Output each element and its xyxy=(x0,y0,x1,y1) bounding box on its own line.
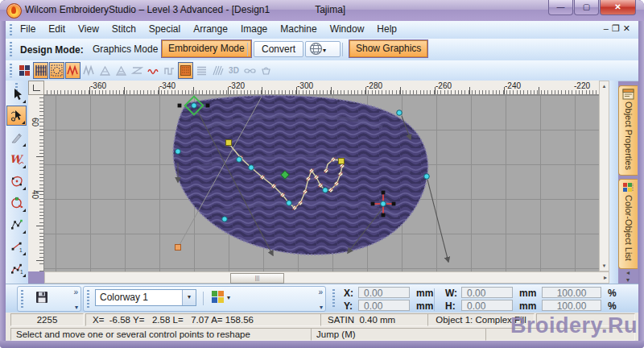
embroidery-mode-button[interactable]: Embroidery Mode xyxy=(162,40,251,57)
control-point[interactable] xyxy=(323,188,328,193)
contour-lines-icon[interactable] xyxy=(194,62,209,79)
measure-tool[interactable] xyxy=(6,127,27,147)
square-wave-icon[interactable] xyxy=(162,62,177,79)
select-object-tool[interactable] xyxy=(6,84,27,104)
y-input[interactable]: 0.00 xyxy=(358,300,410,311)
scroll-down-icon[interactable]: ▾ xyxy=(600,263,609,269)
title-bar[interactable]: Wilcom EmbroideryStudio – Level 3 Advanc… xyxy=(0,0,644,21)
tab-color-object-list[interactable]: Color-Object List xyxy=(618,179,638,269)
angle-node-orange[interactable] xyxy=(175,245,181,251)
reshape-object-tool[interactable] xyxy=(6,106,27,126)
tabstrip-scroll-arrows[interactable]: ◂ ▾ xyxy=(621,269,634,284)
scale-w-input[interactable]: 100.00 xyxy=(542,287,601,298)
toolbar-overflow-icon[interactable]: » xyxy=(73,288,78,296)
vertical-scrollbar[interactable]: ▴ ▾ xyxy=(599,81,609,271)
closed-object-tool[interactable] xyxy=(6,193,27,213)
wave-fill-icon[interactable] xyxy=(146,62,161,79)
design-canvas[interactable] xyxy=(44,95,599,271)
reshape-outline-tool[interactable] xyxy=(6,171,27,191)
tab-scroll-down-icon[interactable]: ▾ xyxy=(626,276,630,284)
control-point[interactable] xyxy=(397,110,402,116)
design-object-complex-fill[interactable] xyxy=(173,96,427,255)
step-pattern-icon[interactable] xyxy=(114,62,129,79)
mdi-close-icon[interactable]: ✕ xyxy=(623,23,634,33)
save-design-button[interactable] xyxy=(35,291,48,304)
satin-raised-icon[interactable] xyxy=(130,62,145,79)
mdi-restore-icon[interactable]: ❐ xyxy=(612,23,623,33)
menu-view[interactable]: View xyxy=(72,21,105,39)
control-point[interactable] xyxy=(249,165,254,171)
x-input[interactable]: 0.00 xyxy=(358,287,410,298)
minimize-button[interactable]: — xyxy=(548,0,573,15)
curve-point-yellow[interactable] xyxy=(339,159,345,164)
zigzag-outline-icon[interactable] xyxy=(81,62,97,79)
colorway-select[interactable]: Colorway 1 ▾ xyxy=(95,289,196,306)
open-shape-tool[interactable] xyxy=(6,214,27,234)
panel-splitter[interactable] xyxy=(609,81,618,284)
toolbar-grip[interactable] xyxy=(10,42,12,57)
tab-object-properties[interactable]: Object Properties xyxy=(618,85,638,176)
menu-file[interactable]: File xyxy=(14,21,42,39)
tab-scroll-left-icon[interactable]: ◂ xyxy=(626,269,630,276)
convert-button[interactable]: Convert xyxy=(254,41,303,57)
texture-fill-icon[interactable] xyxy=(178,62,193,79)
scroll-up-icon[interactable]: ▴ xyxy=(600,83,609,89)
control-point[interactable] xyxy=(175,149,181,155)
selection-handle[interactable] xyxy=(206,104,210,108)
control-point[interactable] xyxy=(222,217,228,222)
show-graphics-button[interactable]: Show Graphics xyxy=(349,40,427,57)
menu-help[interactable]: Help xyxy=(370,21,403,39)
pattern-fill-icon[interactable] xyxy=(17,62,32,79)
menu-arrange[interactable]: Arrange xyxy=(187,21,234,39)
step-fill-icon[interactable] xyxy=(97,62,113,79)
3d-effect-icon[interactable]: 3D xyxy=(226,62,242,79)
zigzag-fill-icon[interactable] xyxy=(65,62,80,79)
toolbar-overflow-icon[interactable]: » xyxy=(318,288,323,296)
menu-stitch[interactable]: Stitch xyxy=(105,21,142,39)
ruler-corner-box[interactable] xyxy=(28,81,44,95)
lettering-tool[interactable]: W xyxy=(6,149,27,169)
menu-edit[interactable]: Edit xyxy=(42,21,72,39)
tatami-fill-icon[interactable] xyxy=(33,62,48,79)
scale-h-input[interactable]: 100.00 xyxy=(542,300,601,311)
control-point[interactable] xyxy=(192,103,197,109)
trapunto-icon[interactable] xyxy=(258,62,274,79)
curve-point-yellow[interactable] xyxy=(226,140,232,146)
control-point[interactable] xyxy=(424,174,430,180)
vertical-ruler[interactable]: 60 40 xyxy=(28,95,44,271)
control-point[interactable] xyxy=(237,157,242,163)
hoop-globe-button[interactable]: ▾ xyxy=(305,41,341,57)
stitch-glasses-icon[interactable] xyxy=(242,62,258,79)
control-point[interactable] xyxy=(287,201,292,206)
menu-image[interactable]: Image xyxy=(234,21,274,39)
toolbar-grip[interactable] xyxy=(10,24,12,35)
toolbar-grip[interactable] xyxy=(87,290,89,308)
program-split-icon[interactable] xyxy=(49,62,64,79)
control-point[interactable] xyxy=(381,201,386,207)
menu-special[interactable]: Special xyxy=(142,21,187,39)
h-input[interactable]: 0.00 xyxy=(461,300,513,311)
selection-handle[interactable] xyxy=(178,104,182,108)
stitch-type-toolbar: 3D xyxy=(6,60,638,81)
menu-machine[interactable]: Machine xyxy=(274,21,323,39)
graphics-mode-button[interactable]: Graphics Mode xyxy=(86,41,164,57)
cross-hatch-icon[interactable] xyxy=(210,62,225,79)
close-button[interactable]: ✕ xyxy=(600,0,636,15)
colorway-palette-button[interactable] xyxy=(211,290,225,304)
palette-caret-icon[interactable]: ▾ xyxy=(227,294,230,301)
horizontal-scrollbar[interactable]: ||| ▸ xyxy=(44,271,609,284)
menu-window[interactable]: Window xyxy=(324,21,371,39)
toolbar-grip[interactable] xyxy=(10,64,12,77)
scroll-right-icon[interactable]: ▸ xyxy=(604,274,607,281)
maximize-button[interactable]: ▢ xyxy=(574,0,599,15)
scrollbar-thumb[interactable]: ||| xyxy=(230,273,284,284)
two-point-line-tool[interactable]: 1 xyxy=(6,236,27,256)
horizontal-ruler[interactable]: -360 -340 -320 -300 -280 -260 -240 -220 xyxy=(44,81,599,95)
digitize-run-tool[interactable]: 1 xyxy=(6,258,27,278)
toolbar-grip[interactable] xyxy=(21,290,23,308)
toolbar-more-icon[interactable]: ▾ xyxy=(320,304,323,311)
combo-dropdown-icon[interactable]: ▾ xyxy=(182,290,196,305)
mdi-minimize-icon[interactable]: – xyxy=(604,23,612,33)
w-input[interactable]: 0.00 xyxy=(461,287,513,298)
toolbar-more-icon[interactable]: ▾ xyxy=(75,304,78,311)
